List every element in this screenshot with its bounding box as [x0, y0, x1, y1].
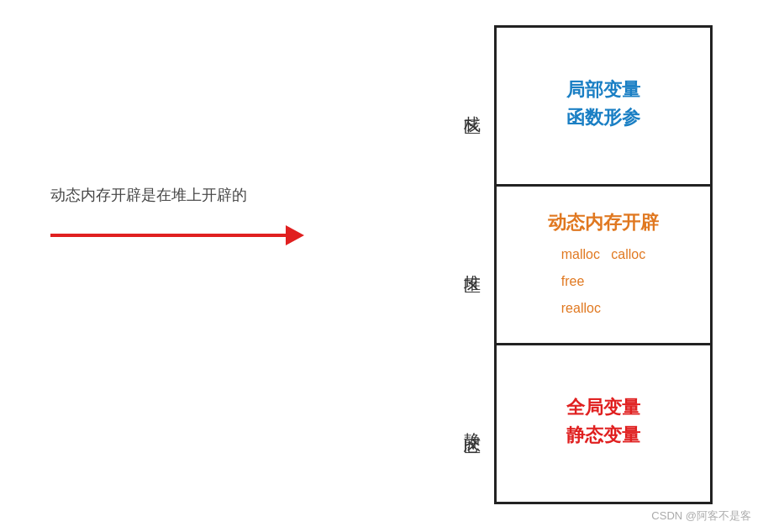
- static-region: 全局变量静态变量: [497, 345, 710, 502]
- static-label: 静态区: [461, 344, 484, 503]
- heap-title: 动态内存开辟: [548, 208, 659, 236]
- section-labels: 栈区 堆区 静态区: [461, 25, 484, 504]
- stack-title: 局部变量函数形参: [566, 76, 640, 131]
- heap-region: 动态内存开辟 malloc callocfreerealloc: [497, 187, 710, 345]
- arrow-head: [286, 225, 304, 245]
- right-section: 栈区 堆区 静态区 局部变量函数形参 动态内存开辟 malloc callocf…: [461, 25, 713, 504]
- static-title: 全局变量静态变量: [566, 393, 640, 449]
- heap-label: 堆区: [461, 186, 484, 345]
- arrow-container: [50, 225, 304, 245]
- diagram-container: 动态内存开辟是在堆上开辟的 栈区 堆区 静态区 局部变量函数形参 动态内存开辟 …: [0, 0, 763, 532]
- heap-functions: malloc callocfreerealloc: [561, 241, 645, 322]
- left-label: 动态内存开辟是在堆上开辟的: [50, 185, 247, 205]
- outer-box: 局部变量函数形参 动态内存开辟 malloc callocfreerealloc…: [494, 25, 713, 504]
- stack-label: 栈区: [461, 27, 484, 186]
- arrow-line: [50, 234, 286, 237]
- watermark: CSDN @阿客不是客: [651, 508, 751, 524]
- stack-region: 局部变量函数形参: [497, 28, 710, 187]
